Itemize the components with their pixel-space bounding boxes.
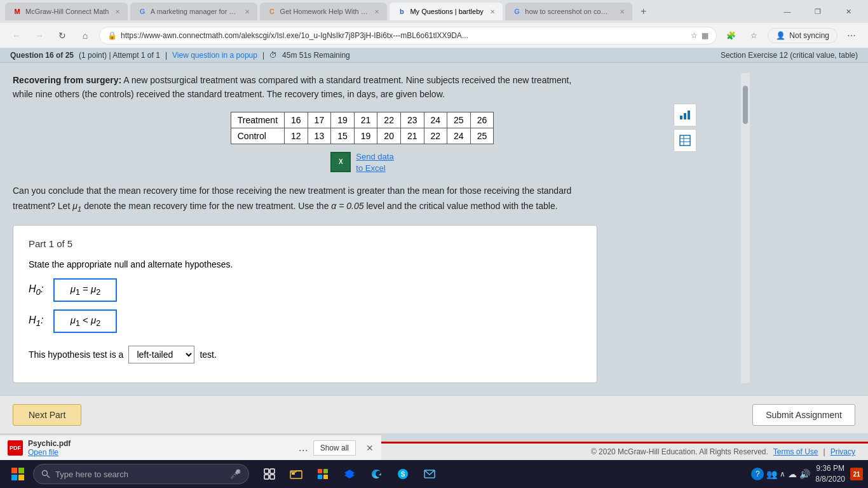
- file-explorer-button[interactable]: [283, 461, 309, 487]
- url-bar[interactable]: 🔒 https://www-awn.connectmath.com/aleksc…: [99, 27, 717, 44]
- start-button[interactable]: [5, 461, 31, 487]
- help-icon[interactable]: ?: [751, 468, 764, 480]
- sync-icon: 👤: [776, 31, 785, 40]
- treatment-label: Treatment: [231, 112, 284, 128]
- refresh-button[interactable]: ↻: [53, 27, 71, 44]
- tail-test-row: This hypothesis test is a left-tailed ri…: [29, 346, 581, 363]
- edge-icon: [370, 468, 382, 480]
- tab-marketing-close[interactable]: ✕: [245, 8, 250, 15]
- download-more-button[interactable]: ...: [299, 441, 308, 454]
- page-content: Question 16 of 25 (1 point) | Attempt 1 …: [0, 48, 868, 460]
- right-scrollbar[interactable]: [741, 73, 750, 383]
- new-tab-button[interactable]: +: [635, 3, 653, 20]
- treatment-val-2: 17: [308, 112, 331, 128]
- people-icon[interactable]: 👥: [766, 469, 777, 479]
- show-all-button[interactable]: Show all: [313, 440, 356, 456]
- conclude-text: Can you conclude that the mean recovery …: [13, 184, 597, 215]
- svg-rect-13: [264, 469, 269, 473]
- control-val-2: 13: [308, 128, 331, 144]
- taskbar-right: ? 👥 ∧ ☁ 🔊 9:36 PM 8/8/2020 21: [751, 463, 863, 485]
- taskbar-clock[interactable]: 9:36 PM 8/8/2020: [815, 463, 845, 485]
- extensions-button[interactable]: 🧩: [722, 27, 740, 44]
- tab-screenshot-title: how to screenshot on comput: [525, 8, 613, 15]
- back-button[interactable]: ←: [8, 27, 25, 44]
- svg-rect-0: [680, 116, 682, 119]
- chart-icon-btn[interactable]: [674, 104, 696, 126]
- volume-icon[interactable]: 🔊: [799, 469, 810, 479]
- collections-icon[interactable]: ▦: [702, 31, 709, 40]
- footer-privacy-link[interactable]: Privacy: [831, 447, 855, 456]
- tab-chegg[interactable]: C Get Homework Help With Che ✕: [260, 3, 387, 20]
- alpha-symbol: α = 0.05: [331, 201, 363, 211]
- svg-rect-22: [323, 475, 328, 479]
- next-part-button[interactable]: Next Part: [13, 404, 81, 426]
- data-table-wrapper: Treatment 16 17 19 21 22 23 24 25 26: [13, 112, 712, 173]
- system-tray-icons: ? 👥 ∧ ☁ 🔊: [751, 468, 810, 480]
- control-val-3: 15: [331, 128, 355, 144]
- task-view-button[interactable]: [257, 461, 282, 487]
- popup-link[interactable]: View question in a popup: [172, 51, 257, 60]
- favorites-button[interactable]: ☆: [745, 27, 763, 44]
- tab-screenshot-close[interactable]: ✕: [620, 8, 625, 15]
- tab-mcgraw[interactable]: M McGraw-Hill Connect Math ✕: [5, 3, 128, 20]
- forward-button[interactable]: →: [31, 27, 48, 44]
- tab-chegg-icon: C: [268, 7, 276, 16]
- info-bar: Question 16 of 25 (1 point) | Attempt 1 …: [0, 48, 868, 63]
- cloud-icon[interactable]: ☁: [788, 469, 797, 479]
- treatment-val-5: 22: [377, 112, 401, 128]
- instruction-text: State the appropriate null and alternate…: [29, 259, 581, 269]
- tab-chegg-close[interactable]: ✕: [374, 8, 379, 15]
- skype-button[interactable]: S: [390, 461, 416, 487]
- store-icon: [317, 468, 329, 480]
- treatment-val-3: 19: [331, 112, 355, 128]
- tab-bartleby[interactable]: b My Questions | bartleby ✕: [390, 3, 502, 20]
- microphone-icon[interactable]: 🎤: [230, 469, 241, 479]
- up-arrow-icon[interactable]: ∧: [780, 470, 785, 478]
- tail-test-select[interactable]: left-tailed right-tailed two-tailed: [128, 346, 194, 363]
- mail-button[interactable]: [417, 461, 442, 487]
- control-val-6: 21: [400, 128, 424, 144]
- more-button[interactable]: ···: [843, 27, 860, 44]
- control-val-7: 22: [424, 128, 447, 144]
- svg-point-11: [43, 471, 48, 476]
- h0-value-box[interactable]: μ1 = μ2: [53, 278, 117, 302]
- tail-test-suffix: test.: [200, 349, 216, 360]
- tab-marketing[interactable]: G A marketing manager for a ca ✕: [130, 3, 257, 20]
- h1-prefix: H1:: [29, 315, 43, 328]
- browser-chrome: M McGraw-Hill Connect Math ✕ G A marketi…: [0, 0, 868, 48]
- tab-screenshot[interactable]: G how to screenshot on comput ✕: [505, 3, 632, 20]
- open-file-link[interactable]: Open file: [28, 448, 294, 457]
- maximize-button[interactable]: ❐: [803, 0, 832, 23]
- sync-button[interactable]: 👤 Not syncing: [768, 28, 837, 43]
- star-icon[interactable]: ☆: [691, 31, 698, 40]
- microsoft-store-button[interactable]: [310, 461, 336, 487]
- close-button[interactable]: ✕: [834, 0, 863, 23]
- treatment-val-1: 16: [285, 112, 308, 128]
- tab-bartleby-close[interactable]: ✕: [490, 8, 495, 15]
- tab-marketing-title: A marketing manager for a ca: [151, 8, 239, 15]
- table-icon-btn[interactable]: [674, 129, 696, 152]
- footer-terms-link[interactable]: Terms of Use: [773, 447, 818, 456]
- submit-assignment-button[interactable]: Submit Assignment: [752, 404, 855, 426]
- separator: |: [165, 51, 167, 60]
- address-bar: ← → ↻ ⌂ 🔒 https://www-awn.connectmath.co…: [0, 23, 868, 48]
- h1-value: μ1 < μ2: [71, 315, 100, 328]
- taskbar-search-bar[interactable]: Type here to search 🎤: [33, 464, 249, 484]
- action-bar: Next Part Submit Assignment: [0, 395, 868, 433]
- scrollbar-thumb[interactable]: [743, 86, 748, 124]
- question-label: Question 16 of 25: [10, 51, 74, 60]
- data-table: Treatment 16 17 19 21 22 23 24 25 26: [231, 112, 494, 144]
- minimize-button[interactable]: —: [773, 0, 802, 23]
- dropbox-button[interactable]: [337, 461, 362, 487]
- tab-marketing-icon: G: [138, 7, 146, 16]
- download-close-button[interactable]: ✕: [366, 443, 374, 453]
- notification-badge[interactable]: 21: [850, 468, 863, 480]
- time-remaining: 45m 51s Remaining: [282, 51, 350, 60]
- send-data-anchor[interactable]: Send data to Excel: [356, 152, 393, 173]
- tab-mcgraw-close[interactable]: ✕: [115, 8, 120, 15]
- edge-browser-button[interactable]: [363, 461, 389, 487]
- mu1-symbol: μ1: [72, 201, 81, 211]
- home-button[interactable]: ⌂: [76, 27, 94, 44]
- lock-icon: 🔒: [107, 31, 117, 40]
- h1-value-box[interactable]: μ1 < μ2: [53, 309, 117, 333]
